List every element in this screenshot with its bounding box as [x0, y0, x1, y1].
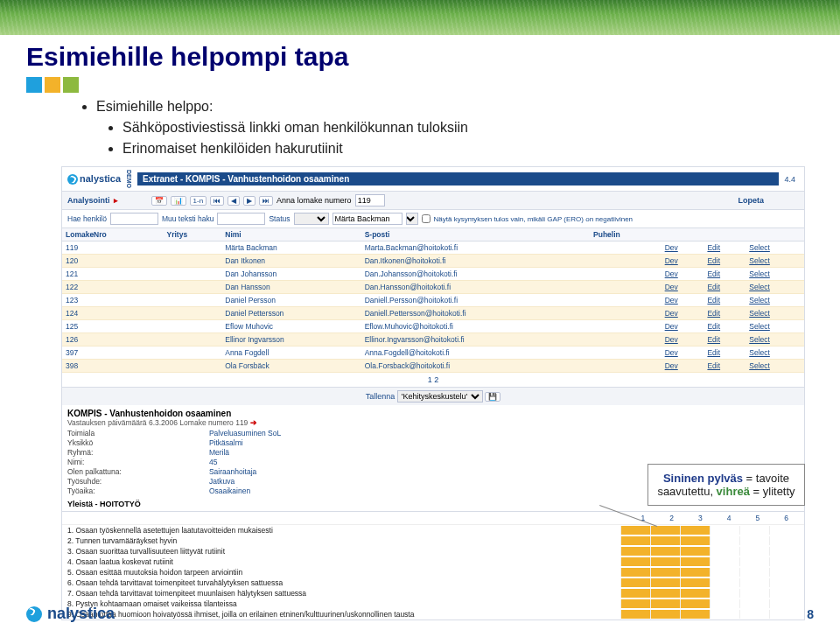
dev-link[interactable]: Dev [665, 256, 678, 265]
kompis-title: KOMPIS - Vanhustenhoidon osaaminen [62, 405, 804, 418]
cal-icon[interactable]: 📅 [151, 196, 167, 206]
hae-input[interactable] [110, 213, 158, 225]
select-link[interactable]: Select [749, 296, 770, 304]
range-btn[interactable]: 1-n [190, 196, 207, 206]
bullet: Esimiehille helppo: [96, 96, 761, 117]
col-yritys[interactable]: Yritys [164, 228, 222, 242]
select-link[interactable]: Select [749, 283, 770, 291]
select-link[interactable]: Select [749, 270, 770, 278]
bullet: Sähköpostiviestissä linkki oman henkilök… [122, 117, 761, 138]
save-icon[interactable]: 💾 [485, 392, 500, 402]
dev-link[interactable]: Dev [665, 243, 678, 252]
table-row[interactable]: 119Märta BackmanMarta.Backman@hoitokoti.… [62, 242, 804, 255]
name-select[interactable] [406, 213, 418, 225]
select-link[interactable]: Select [749, 361, 770, 370]
select-link[interactable]: Select [749, 243, 770, 252]
bar-cell [650, 578, 680, 587]
bar-cell [710, 568, 739, 577]
demo-badge: DEMO [126, 170, 132, 188]
bar-cell [680, 589, 710, 598]
table-row[interactable]: 122Dan HanssonDan.Hansson@hoitokoti.fi D… [62, 281, 804, 294]
edit-link[interactable]: Edit [707, 283, 720, 291]
first-icon[interactable]: ⏮ [210, 196, 224, 206]
edit-link[interactable]: Edit [707, 296, 720, 304]
name-filter-input[interactable] [332, 213, 402, 225]
status-select[interactable] [294, 213, 329, 225]
tallenna-label: Tallenna [366, 392, 396, 401]
lopeta-link[interactable]: Lopeta [738, 196, 799, 205]
app-title: Extranet - KOMPIS - Vanhustenhoidon osaa… [137, 172, 779, 186]
edit-link[interactable]: Edit [707, 322, 720, 331]
question-text: 3. Osaan suorittaa turvallisuuteen liitt… [67, 547, 615, 556]
pager[interactable]: 1 2 [62, 373, 804, 387]
tallenna-select[interactable]: 'Kehityskeskustelu' [397, 390, 483, 402]
bar-track [620, 536, 799, 545]
bar-cell [650, 557, 680, 566]
dev-link[interactable]: Dev [665, 335, 678, 344]
bar-cell [739, 568, 769, 577]
question-text: 2. Tunnen turvamääräykset hyvin [67, 536, 615, 545]
table-row[interactable]: 126Ellinor IngvarssonEllinor.Ingvarsson@… [62, 333, 804, 346]
expand-icon[interactable]: ▸ [114, 196, 118, 205]
dev-link[interactable]: Dev [665, 309, 678, 318]
table-row[interactable]: 123Daniel PerssonDaniell.Persson@hoitoko… [62, 294, 804, 307]
bar-cell [650, 526, 680, 535]
bar-cell [650, 568, 680, 577]
chart-icon[interactable]: 📊 [171, 196, 186, 206]
scale-tick: 5 [756, 514, 760, 522]
dev-link[interactable]: Dev [665, 270, 678, 278]
question-row: 1. Osaan työskennellä asetettujen laatut… [62, 525, 804, 536]
hae-label: Hae henkilö [67, 214, 107, 223]
table-row[interactable]: 125Eflow MuhovicEflow.Muhovic@hoitokoti.… [62, 320, 804, 333]
edit-link[interactable]: Edit [707, 309, 720, 318]
app-header: nalystica DEMO Extranet - KOMPIS - Vanhu… [62, 167, 804, 192]
tab-analysointi[interactable]: Analysointi [67, 196, 110, 205]
detail-label: Työsuhde: [67, 477, 122, 486]
edit-link[interactable]: Edit [707, 243, 720, 252]
edit-link[interactable]: Edit [707, 256, 720, 265]
dev-link[interactable]: Dev [665, 348, 678, 357]
scale-tick: 2 [669, 514, 674, 522]
edit-link[interactable]: Edit [707, 361, 720, 370]
dev-link[interactable]: Dev [665, 361, 678, 370]
select-link[interactable]: Select [749, 309, 770, 318]
select-link[interactable]: Select [749, 335, 770, 344]
muu-input[interactable] [217, 213, 265, 225]
bar-cell [620, 568, 650, 577]
table-row[interactable]: 120Dan ItkonenDan.Itkonen@hoitokoti.fi D… [62, 255, 804, 268]
bar-cell [710, 536, 739, 545]
edit-link[interactable]: Edit [707, 270, 720, 278]
col-sposti[interactable]: S-posti [361, 228, 590, 242]
detail-value: Jatkuva [209, 477, 281, 486]
dev-link[interactable]: Dev [665, 296, 678, 304]
select-link[interactable]: Select [749, 322, 770, 331]
table-row[interactable]: 398Ola ForsbäckOla.Forsback@hoitokoti.fi… [62, 360, 804, 373]
bar-cell [769, 589, 799, 598]
question-row: 4. Osaan laatua koskevat rutiinit [62, 556, 804, 567]
edit-link[interactable]: Edit [707, 335, 720, 344]
arrow-icon[interactable]: ➔ [250, 418, 257, 427]
col-lomakenro[interactable]: LomakeNro [62, 228, 164, 242]
question-row: 6. Osaan tehdä tarvittavat toimenpiteet … [62, 578, 804, 588]
logo-icon [26, 606, 42, 622]
detail-label: Yksikkö [67, 438, 122, 447]
prev-icon[interactable]: ◀ [228, 196, 240, 206]
lomake-input[interactable] [355, 194, 385, 206]
table-row[interactable]: 124Daniel PetterssonDaniell.Pettersson@h… [62, 307, 804, 320]
dev-link[interactable]: Dev [665, 283, 678, 291]
edit-link[interactable]: Edit [707, 348, 720, 357]
select-link[interactable]: Select [749, 348, 770, 357]
next-icon[interactable]: ▶ [243, 196, 256, 206]
table-row[interactable]: 397Anna FogdellAnna.Fogdell@hoitokoti.fi… [62, 346, 804, 360]
table-row[interactable]: 121Dan JohanssonDan.Johansson@hoitokoti.… [62, 268, 804, 281]
col-puhelin[interactable]: Puhelin [590, 228, 662, 242]
detail-label: Toimiala [67, 429, 122, 438]
detail-value: Osaaikainen [209, 486, 281, 495]
gap-checkbox[interactable] [422, 214, 430, 223]
col-nimi[interactable]: Nimi [221, 228, 360, 242]
last-icon[interactable]: ⏭ [259, 196, 273, 206]
select-link[interactable]: Select [749, 256, 770, 265]
dev-link[interactable]: Dev [665, 322, 678, 331]
square-icon [26, 77, 42, 93]
callout-blue: Sininen pylväs [663, 472, 743, 485]
